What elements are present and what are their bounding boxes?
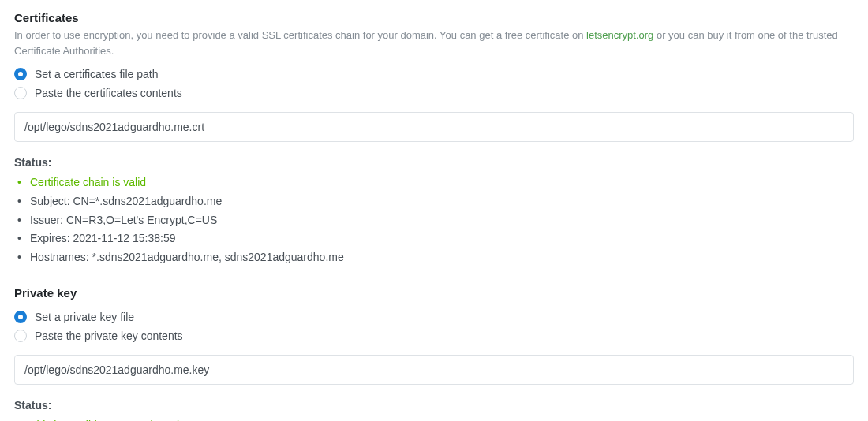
radio-icon <box>14 311 27 323</box>
pkey-status-label: Status: <box>14 399 854 412</box>
cert-status-hostnames: Hostnames: *.sdns2021adguardho.me, sdns2… <box>17 248 854 267</box>
letsencrypt-link[interactable]: letsencrypt.org <box>586 29 653 41</box>
cert-status-subject: Subject: CN=*.sdns2021adguardho.me <box>17 192 854 211</box>
private-key-title: Private key <box>14 286 854 300</box>
cert-status-valid: Certificate chain is valid <box>17 173 854 192</box>
pkey-radio-path-label: Set a private key file <box>35 311 134 323</box>
private-key-section: Private key Set a private key file Paste… <box>14 286 854 421</box>
cert-radio-path[interactable]: Set a certificates file path <box>14 68 854 80</box>
cert-radio-paste[interactable]: Paste the certificates contents <box>14 87 854 99</box>
pkey-radio-paste-label: Paste the private key contents <box>35 330 183 342</box>
pkey-radio-paste[interactable]: Paste the private key contents <box>14 330 854 342</box>
cert-status-label: Status: <box>14 156 854 169</box>
pkey-path-input[interactable] <box>14 355 854 385</box>
certificates-description: In order to use encryption, you need to … <box>14 28 854 58</box>
cert-status-expires: Expires: 2021-11-12 15:38:59 <box>17 229 854 248</box>
certificates-title: Certificates <box>14 11 854 24</box>
cert-path-input[interactable] <box>14 112 854 142</box>
cert-status-issuer: Issuer: CN=R3,O=Let's Encrypt,C=US <box>17 211 854 230</box>
pkey-radio-path[interactable]: Set a private key file <box>14 311 854 323</box>
cert-desc-pre: In order to use encryption, you need to … <box>14 29 586 41</box>
radio-icon <box>14 330 27 342</box>
certificates-section: Certificates In order to use encryption,… <box>14 11 854 267</box>
radio-icon <box>14 87 27 99</box>
pkey-status-valid: This is a valid ECDSA private key <box>17 416 854 421</box>
pkey-status-list: This is a valid ECDSA private key <box>14 416 854 421</box>
cert-status-list: Certificate chain is valid Subject: CN=*… <box>14 173 854 267</box>
cert-radio-path-label: Set a certificates file path <box>35 68 158 80</box>
cert-radio-paste-label: Paste the certificates contents <box>35 87 182 99</box>
radio-icon <box>14 68 27 80</box>
